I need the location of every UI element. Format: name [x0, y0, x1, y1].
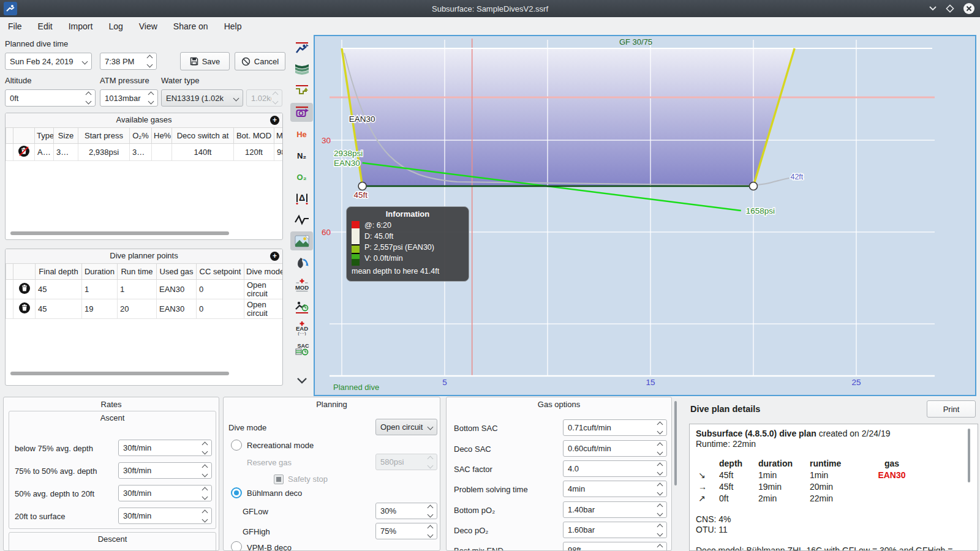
gas-mnd[interactable]: 98ft — [274, 144, 284, 161]
menu-import[interactable]: Import — [61, 17, 101, 36]
toolbar-mod-button[interactable]: MOD — [290, 276, 313, 294]
spin-arrows-icon[interactable] — [656, 523, 664, 537]
point-cc-setpoint[interactable]: 0 — [197, 299, 244, 319]
toolbar-ceiling-button[interactable] — [290, 81, 313, 100]
ascent-rate-3-field[interactable]: 30ft/min — [118, 485, 212, 501]
spin-arrows-icon[interactable] — [656, 482, 664, 496]
menu-help[interactable]: Help — [216, 17, 250, 36]
toolbar-heart-rate-button[interactable] — [290, 210, 313, 229]
col-mnd[interactable]: MND — [274, 128, 284, 144]
gflow-field[interactable]: 30% — [375, 503, 437, 519]
toolbar-scroll-down-button[interactable] — [290, 371, 313, 390]
col-cc-setpoint[interactable]: CC setpoint — [197, 264, 244, 280]
dive-waypoint-handle[interactable] — [358, 182, 366, 190]
toolbar-tissue-delta-button[interactable]: Δ — [290, 189, 313, 208]
plan-text-vscrollbar[interactable] — [968, 429, 970, 482]
col-duration[interactable]: Duration — [82, 264, 118, 280]
add-gas-button[interactable]: + — [270, 116, 279, 125]
minimize-button[interactable] — [929, 6, 937, 12]
points-hscrollbar[interactable] — [10, 372, 229, 375]
point-used-gas[interactable]: EAN30 — [157, 299, 197, 319]
point-final-depth[interactable]: 45 — [36, 299, 82, 319]
toolbar-salinity-button[interactable] — [290, 60, 313, 79]
col-start-press[interactable]: Start press — [78, 128, 130, 144]
bottom-po2-field[interactable]: 1.40bar — [563, 501, 667, 518]
print-button[interactable]: Print — [927, 400, 976, 418]
gas-type[interactable]: A… — [35, 144, 54, 161]
ascent-rate-2-field[interactable]: 30ft/min — [118, 462, 212, 479]
menu-log[interactable]: Log — [100, 17, 130, 36]
spin-arrows-icon[interactable] — [656, 544, 664, 551]
point-duration[interactable]: 19 — [82, 299, 118, 319]
gases-hscrollbar[interactable] — [10, 231, 229, 235]
menu-edit[interactable]: Edit — [30, 17, 61, 36]
save-button[interactable]: Save — [180, 52, 230, 70]
altitude-field[interactable]: 0ft — [5, 89, 96, 107]
atm-pressure-field[interactable]: 1013mbar — [100, 89, 158, 107]
recreational-mode-radio[interactable] — [231, 440, 242, 451]
bottom-area-vscrollbar[interactable] — [674, 401, 677, 485]
toolbar-setpoint-button[interactable] — [290, 103, 313, 122]
dive-plan-text[interactable]: Subsurface (4.8.5.0) dive plan created o… — [689, 424, 978, 551]
gas-o2[interactable]: 3… — [130, 144, 152, 161]
gas-size[interactable]: 3… — [54, 144, 78, 161]
dive-time-field[interactable]: 7:38 PM — [100, 53, 157, 70]
menu-view[interactable]: View — [131, 17, 165, 36]
gas-start-press[interactable]: 2,938psi — [78, 144, 130, 161]
spin-arrows-icon[interactable] — [201, 487, 209, 500]
toolbar-pO2-button[interactable]: O₂ — [290, 168, 313, 187]
point-used-gas[interactable]: EAN30 — [157, 280, 197, 299]
toolbar-photos-button[interactable] — [290, 231, 313, 250]
vpmb-deco-radio[interactable] — [231, 541, 242, 551]
toolbar-sac-button[interactable]: SAC — [290, 340, 313, 359]
maximize-button[interactable] — [946, 4, 954, 13]
bottom-sac-field[interactable]: 0.71cuft/min — [563, 419, 667, 436]
point-dive-mode[interactable]: Open circuit — [244, 280, 284, 299]
add-point-button[interactable]: + — [270, 252, 279, 261]
col-size[interactable]: Size — [54, 128, 78, 144]
dive-mode-select[interactable]: Open circuit — [375, 419, 437, 435]
deco-sac-field[interactable]: 0.60cuft/min — [563, 440, 667, 457]
delete-point-icon[interactable] — [18, 302, 31, 314]
point-row[interactable]: 45 19 20 EAN30 0 Open circuit — [6, 299, 284, 319]
toolbar-dc-ceiling-button[interactable] — [290, 39, 313, 58]
toolbar-pHe-button[interactable]: He — [290, 125, 313, 144]
spin-arrows-icon[interactable] — [201, 464, 209, 478]
toolbar-tissues-button[interactable] — [290, 253, 313, 272]
gas-he[interactable] — [152, 144, 172, 161]
point-cc-setpoint[interactable]: 0 — [197, 280, 244, 299]
gfhigh-field[interactable]: 75% — [375, 523, 437, 539]
col-final-depth[interactable]: Final depth — [36, 264, 82, 280]
ascent-rate-1-field[interactable]: 30ft/min — [118, 440, 212, 456]
col-dive-mode[interactable]: Dive mode — [244, 264, 284, 280]
col-type[interactable]: Type — [35, 128, 54, 144]
col-deco-switch[interactable]: Deco switch at — [172, 128, 234, 144]
col-bot-mod[interactable]: Bot. MOD — [234, 128, 274, 144]
menu-file[interactable]: File — [0, 17, 30, 36]
sac-factor-field[interactable]: 4.0 — [563, 460, 667, 477]
col-o2[interactable]: O₂% — [130, 128, 152, 144]
spin-arrows-icon[interactable] — [656, 462, 664, 476]
deco-po2-field[interactable]: 1.60bar — [563, 522, 667, 538]
delete-point-icon[interactable] — [18, 282, 31, 294]
spin-arrows-icon[interactable] — [147, 91, 155, 105]
problem-solving-time-field[interactable]: 4min — [563, 481, 667, 497]
spin-arrows-icon[interactable] — [656, 442, 664, 455]
point-final-depth[interactable]: 45 — [36, 280, 82, 299]
gas-row[interactable]: A… 3… 2,938psi 3… 140ft 120ft 98ft — [6, 144, 284, 161]
buhlmann-deco-radio[interactable] — [231, 487, 242, 498]
best-mix-end-field[interactable]: 98ft — [563, 542, 667, 551]
point-run-time[interactable]: 20 — [118, 299, 157, 319]
gas-deco-switch[interactable]: 140ft — [172, 144, 234, 161]
spin-arrows-icon[interactable] — [201, 441, 209, 455]
spin-arrows-icon[interactable] — [426, 504, 434, 518]
spin-arrows-icon[interactable] — [146, 54, 154, 68]
menu-share-on[interactable]: Share on — [165, 17, 216, 36]
ascent-rate-4-field[interactable]: 30ft/min — [118, 508, 212, 524]
point-dive-mode[interactable]: Open circuit — [244, 299, 284, 319]
dive-profile-chart[interactable]: GF 30/7530605152545ftEAN302938psiEAN3016… — [314, 35, 976, 396]
col-he[interactable]: He% — [152, 128, 172, 144]
information-tooltip[interactable]: Information @: 6:20 D: 45.0ft P: 2,557ps… — [346, 206, 469, 282]
toolbar-pN2-button[interactable]: N₂ — [290, 146, 313, 165]
point-row[interactable]: 45 1 1 EAN30 0 Open circuit — [6, 280, 284, 299]
